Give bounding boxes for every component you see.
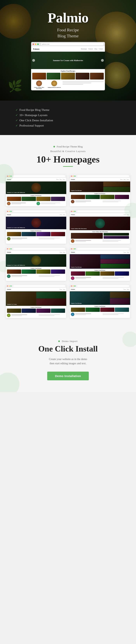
hero-food-bottom-right-decor [103,62,130,89]
hero-section: 🌿 Palmio Food Recipe Blog Theme palmio.c… [0,0,136,100]
hp-profile-name-line-1 [11,202,26,203]
install-label-wrap: Demo Import [12,339,124,343]
hp-card-nav-2: Palmio Home Blog About [70,178,130,182]
browser-profile-row: Classic Italian Olive Bruschetta Antipas… [32,80,104,89]
hp-hero-5: Summer Ice Cream with Mulberries [6,254,66,267]
browser-section-title: Explore Food Recipes [32,70,104,72]
hp-card-logo-6: Palmio [71,252,75,253]
feature-item-2: ✓ 10+ Homepage Layouts [16,114,53,117]
hp-hero-4: Classic Italian Olive Bruschetta [70,217,130,230]
hp-text-lines-1 [41,202,65,204]
hp-hero-text-2: Explore Food Recipes [71,190,82,191]
hp-card-bar-6 [70,247,130,251]
check-icon-4: ✓ [16,124,18,127]
hp-card-6: Palmio Home Blog Exp [70,247,130,281]
hp-content-title-4: Classic Italian Olive Bruschetta [71,231,129,232]
hp-profile-row-7 [7,314,65,317]
hp-content-title-2: Explore Food Recipes [71,193,129,194]
hp-card-bar-2 [70,174,130,178]
hp-content-title-6: Explore Food Recipes [71,270,129,271]
hp-card-3: Palmio Home Blog Summer Ice Cream with M… [6,210,66,244]
hp-hero-1: Summer Ice Cream with Mulberries [6,182,66,194]
browser-text-block [62,80,104,85]
hp-card-bar-8 [70,284,130,288]
install-green-blob-2 [122,332,136,347]
features-list: ✓ Food Recipe Blog Theme ✓ 10+ Homepage … [16,108,53,127]
browser-url-bar: palmio.com [41,43,103,45]
hp-content-2: Explore Food Recipes [70,192,130,204]
browser-nav: Palmio Homepage Features Blog Contact [31,46,105,52]
hp-mini-card-1-3 [36,197,50,201]
browser-dot-yellow [35,44,36,45]
homepages-section-title: 10+ Homepages [6,154,130,165]
hp-profile-circle-1-1 [7,202,11,205]
install-section-wrap: Demo Import One Click Install Create you… [0,328,136,392]
browser-profile-name-2: Antipasti Bread Sandwich [48,87,61,88]
hp-profile-row-8 [71,312,129,316]
hp-hero-text-5: Summer Ice Cream with Mulberries [7,265,25,266]
hp-card-logo-3: Palmio [7,214,11,216]
install-desc: Create your website as in the demo then … [29,357,107,366]
feature-item-4: ✓ Professional Support [16,124,53,127]
browser-recipes-section: Explore Food Recipes Classic Italian Oli… [31,69,105,90]
recipe-card-3 [61,73,75,80]
hp-card-logo-7: Palmio [7,289,11,290]
hp-card-bar-3 [6,210,66,213]
hero-title: Palmio [31,10,105,26]
hp-card-bar-5 [6,247,66,251]
hp-card-nav-5: Palmio Home Blog [6,251,66,254]
hp-card-nav-3: Palmio Home Blog [6,213,66,217]
install-title: One Click Install [12,344,124,353]
hp-profile-row-3 [7,237,65,240]
browser-profile-img-2 [51,80,57,86]
recipe-card-2 [47,73,60,80]
hp-hero-3: Summer Ice Cream with Mulberries [6,217,66,229]
hp-profile-row-1 [7,202,65,205]
hp-content-title-7: Explore Food Recipes [7,307,65,308]
hero-subtitle: Food Recipe Blog Theme [31,27,105,39]
hp-content-4: Classic Italian Olive Bruschetta [70,230,130,244]
hp-content-3: Explore Food Recipes [6,229,66,242]
demo-installation-button[interactable]: Demo Installation [47,372,89,380]
homepage-grid: Palmio Home Blog About Summer Ice Cream … [6,174,130,318]
hp-hero-text-4: Classic Italian Olive Bruschetta [71,228,87,229]
recipe-card-5 [90,73,104,80]
homepages-section-wrap: Food Recipe Theme Blog Beautiful & Creat… [0,135,136,328]
hp-hero-7: Summer Ice Cream [6,291,66,306]
hp-profile-row-4 [71,239,129,243]
hp-hero-text-8: Explore Food Recipes [71,303,82,304]
check-icon-1: ✓ [16,108,18,112]
hp-content-7: Explore Food Recipes [6,306,66,318]
browser-hero-image: ‹ Summer Ice Cream with Mulberries › [31,52,105,69]
browser-logo: Palmio [33,48,39,50]
hp-card-logo-2: Palmio [71,179,75,180]
hp-mini-grid-2 [71,195,129,199]
text-line-1 [62,81,104,82]
browser-arrow-right[interactable]: › [101,59,104,62]
hp-card-nav-1: Palmio Home Blog About [6,178,66,182]
hp-card-nav-7: Palmio Home Blog [6,288,66,291]
hp-hero-text-6: Explore Food Recipes [71,266,82,268]
hp-card-bar-4 [70,210,130,213]
hp-card-7: Palmio Home Blog Summer Ice Cream Exp [6,284,66,318]
hp-mini-card-1-4 [51,197,65,201]
browser-nav-link-2: Features [88,48,93,50]
hp-hero-2: Explore Food Recipes [70,182,130,192]
hp-card-nav-4: Palmio Home Blog [70,213,130,217]
hp-card-4: Palmio Home Blog Classic Italian Olive B… [70,210,130,244]
browser-profile-img-1 [36,80,42,86]
browser-arrow-left[interactable]: ‹ [32,59,35,62]
hp-mini-card-1-1 [7,197,21,201]
hp-two-col-4 [71,233,129,239]
hp-content-title-5: Explore Food Recipes [7,268,65,269]
hp-content-title-3: Explore Food Recipes [7,230,65,231]
hp-content-title-1: Explore Food Recipes [7,195,65,196]
hp-card-nav-8: Palmio Home Blog [70,288,130,291]
browser-nav-link-1: Homepage [81,48,87,50]
feature-item-3: ✓ One Click Demo Installation [16,119,53,122]
install-section: Demo Import One Click Install Create you… [0,328,136,392]
hp-card-8: Palmio Home Blog Explore Food Recip [70,284,130,318]
install-label: Demo Import [62,340,78,342]
homepages-section-label: Beautiful & Creative Layouts [6,150,130,153]
browser-recipe-grid [32,73,104,80]
